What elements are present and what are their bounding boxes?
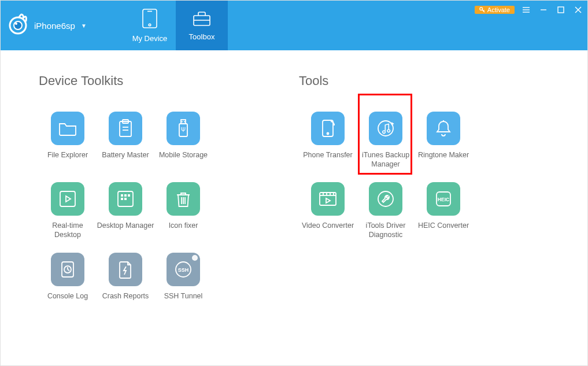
menu-button[interactable]: [520, 4, 532, 16]
tool-mobile-storage[interactable]: Ψ Mobile Storage: [154, 112, 212, 169]
tile-label: iTools Driver Diagnostic: [357, 221, 415, 240]
toolbox-icon: [192, 10, 212, 29]
clipboard-icon: [109, 112, 142, 145]
heic-icon: HEIC: [427, 182, 460, 216]
tool-file-explorer[interactable]: File Explorer: [39, 112, 97, 169]
app-logo-icon: [6, 13, 29, 38]
svg-rect-3: [143, 9, 157, 28]
content-area: Device Toolkits File Explorer Battery Ma…: [1, 50, 587, 310]
svg-text:SSH: SSH: [178, 267, 189, 273]
device-icon: [141, 8, 158, 31]
tile-label: Mobile Storage: [159, 151, 208, 169]
tool-driver-diagnostic[interactable]: iTools Driver Diagnostic: [357, 182, 415, 240]
window-controls: Activate: [475, 4, 584, 16]
tool-ringtone-maker[interactable]: Ringtone Maker: [415, 112, 472, 169]
svg-point-8: [480, 8, 483, 10]
tile-label: Console Log: [47, 292, 88, 310]
tool-battery-master[interactable]: Battery Master: [97, 112, 154, 169]
trash-icon: [167, 182, 200, 216]
tile-label: Crash Reports: [102, 292, 149, 310]
music-refresh-icon: [369, 112, 402, 145]
activate-button[interactable]: Activate: [475, 6, 515, 14]
tool-console-log[interactable]: Console Log: [39, 253, 97, 310]
svg-rect-31: [128, 194, 130, 197]
tile-label: Video Converter: [302, 221, 354, 240]
tool-video-converter[interactable]: Video Converter: [299, 182, 357, 240]
svg-rect-30: [124, 194, 127, 197]
device-selector[interactable]: iPhone6sp ▼: [1, 1, 124, 50]
tools-grid: Phone Transfer iTunes Backup Manager Rin…: [299, 112, 472, 240]
svg-point-1: [14, 21, 22, 29]
svg-rect-27: [60, 191, 75, 206]
tile-label: Ringtone Maker: [418, 151, 469, 169]
tab-label: My Device: [132, 34, 168, 43]
svg-line-10: [483, 10, 485, 11]
tile-label: Desktop Manager: [97, 221, 154, 240]
svg-point-45: [327, 133, 329, 135]
ssh-icon: SSH: [167, 253, 200, 286]
tile-label: File Explorer: [47, 151, 88, 169]
tab-my-device[interactable]: My Device: [124, 1, 176, 50]
svg-text:Ψ: Ψ: [181, 127, 186, 133]
tool-itunes-backup-manager[interactable]: iTunes Backup Manager: [357, 112, 415, 169]
folder-icon: [51, 112, 84, 145]
maximize-button[interactable]: [555, 4, 567, 16]
tile-label: HEIC Converter: [418, 221, 469, 240]
section-device-toolkits: Device Toolkits File Explorer Battery Ma…: [39, 73, 212, 310]
toolkits-grid: File Explorer Battery Master Ψ Mobile St…: [39, 112, 212, 310]
svg-point-2: [15, 23, 17, 25]
clock-page-icon: [51, 253, 84, 286]
svg-text:HEIC: HEIC: [438, 197, 449, 202]
tool-real-time-desktop[interactable]: Real-time Desktop: [39, 182, 97, 240]
phone-transfer-icon: [311, 112, 345, 145]
tile-label: Real-time Desktop: [39, 221, 97, 240]
svg-point-4: [149, 24, 151, 26]
tab-label: Toolbox: [189, 32, 215, 41]
notification-dot-icon: [192, 255, 198, 261]
svg-line-41: [68, 269, 69, 271]
film-play-icon: [311, 182, 345, 216]
header-bar: iPhone6sp ▼ My Device Toolbox Activate: [1, 1, 587, 50]
svg-rect-15: [558, 7, 564, 13]
tool-icon-fixer[interactable]: Icon fixer: [154, 182, 212, 240]
svg-point-54: [378, 191, 393, 206]
section-tools: Tools Phone Transfer iTunes Backup Manag…: [299, 73, 472, 310]
usb-drive-icon: Ψ: [167, 112, 200, 145]
svg-rect-29: [121, 194, 123, 197]
device-name: iPhone6sp: [34, 21, 75, 31]
dropdown-arrow-icon: ▼: [81, 23, 87, 29]
activate-label: Activate: [487, 6, 510, 13]
key-icon: [479, 7, 485, 13]
tile-label: Icon fixer: [169, 221, 198, 240]
bolt-page-icon: [109, 253, 142, 286]
apps-grid-icon: [109, 182, 142, 216]
svg-rect-32: [121, 198, 123, 200]
tool-ssh-tunnel[interactable]: SSH SSH Tunnel: [154, 253, 212, 310]
svg-rect-33: [124, 198, 127, 200]
tile-label: Battery Master: [102, 151, 149, 169]
close-button[interactable]: [572, 4, 584, 16]
wrench-circle-icon: [369, 182, 402, 216]
tile-label: iTunes Backup Manager: [357, 151, 415, 169]
tile-label: Phone Transfer: [303, 151, 352, 169]
tool-desktop-manager[interactable]: Desktop Manager: [97, 182, 154, 240]
bell-icon: [427, 112, 460, 145]
tool-heic-converter[interactable]: HEIC HEIC Converter: [415, 182, 472, 240]
tab-toolbox[interactable]: Toolbox: [176, 1, 228, 50]
play-square-icon: [51, 182, 84, 216]
tool-phone-transfer[interactable]: Phone Transfer: [299, 112, 357, 169]
section-title: Device Toolkits: [39, 73, 212, 88]
tool-crash-reports[interactable]: Crash Reports: [97, 253, 154, 310]
section-title: Tools: [299, 73, 472, 88]
tile-label: SSH Tunnel: [164, 292, 203, 310]
minimize-button[interactable]: [538, 4, 549, 16]
